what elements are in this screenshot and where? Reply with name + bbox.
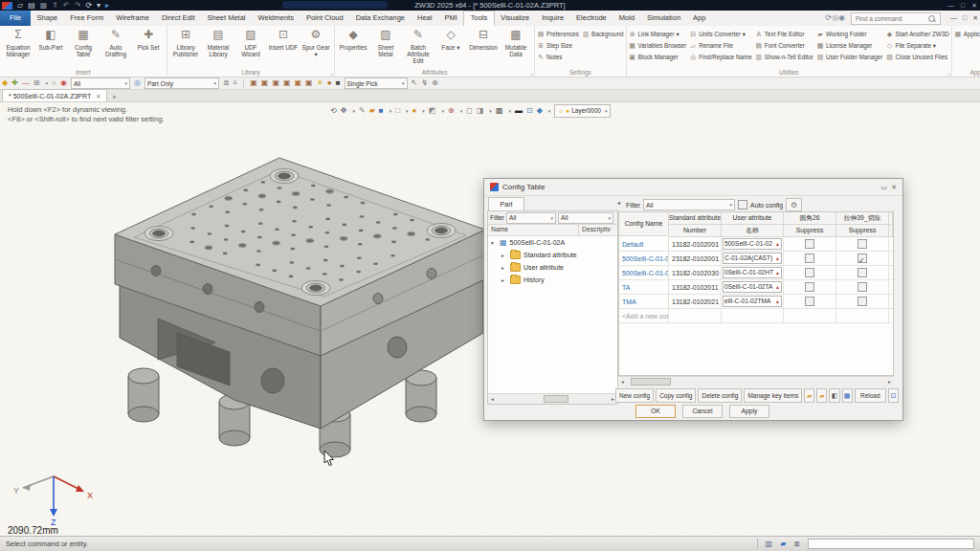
group-launcher-icon[interactable]: ⌟ (530, 70, 533, 76)
customize-toolbar-icon[interactable]: ▾ (97, 2, 100, 10)
mdi-restore-icon[interactable]: □ (963, 14, 967, 22)
suppress-checkbox[interactable] (858, 239, 867, 249)
menu-tab-point-cloud[interactable]: Point Cloud (300, 11, 349, 26)
menu-tab-app[interactable]: App (687, 11, 712, 26)
tree-root[interactable]: ▾▦500SellI-C-01-02A (488, 236, 617, 249)
config-row[interactable]: Default13182-0102001500SellI-C-01-02▲ (619, 237, 893, 252)
block-manager-button[interactable]: ▣Block Manager (629, 52, 687, 62)
library-publisher-button[interactable]: ⊞Library Publisher (169, 27, 202, 68)
key-table-icon[interactable]: ▦ (842, 388, 853, 403)
feature-filter-1-icon[interactable]: ▣ (250, 79, 257, 87)
menu-tab-sheet-metal[interactable]: Sheet Metal (201, 11, 252, 26)
stats-panel-icon[interactable]: ▥ (766, 540, 773, 548)
table-h-scrollbar[interactable]: ◂▸ (618, 376, 894, 386)
sun-icon[interactable]: ☀ (317, 79, 323, 87)
render-mode-icon-caret[interactable]: ▾ (441, 108, 444, 114)
sub-part-button[interactable]: ◧Sub-Part (34, 27, 67, 68)
menu-tab-pmi[interactable]: PMI (438, 11, 463, 26)
viewport-3d[interactable]: Hold down <F2> for dynamic viewing. <F8>… (0, 102, 980, 536)
rename-file-button[interactable]: ▱Rename File (689, 40, 752, 51)
export-config-icon[interactable]: ▰ (804, 388, 814, 403)
pick-set-button[interactable]: ✚Pick Set (132, 27, 165, 68)
config-row[interactable]: TA13182-01020110SellI-C-01-02TA▲ (619, 280, 893, 295)
suppress-checkbox[interactable] (805, 239, 814, 249)
compass-view-icon[interactable]: ● (412, 107, 417, 115)
col-sub[interactable]: Suppress (784, 225, 836, 237)
attr-name-input[interactable]: 0SellI-C-01-02HT▲ (723, 267, 782, 278)
batch-attribute-edit-button[interactable]: ✎Batch Attribute Edit (402, 27, 434, 68)
equation-manager-button[interactable]: ΣEquation Manager (2, 27, 34, 68)
point-select-icon[interactable]: ◉ (60, 79, 67, 87)
scope-combo[interactable]: Part Only▾ (145, 77, 219, 89)
zoom-target-icon[interactable]: ⊕ (448, 107, 455, 115)
document-tab[interactable]: * 500SellI-C-01-02A.Z3PRT ✕ (2, 89, 107, 101)
attr-name-input[interactable]: C-01-02A(CAST)▲ (723, 253, 782, 264)
cad-model[interactable] (91, 142, 493, 491)
redo-icon[interactable]: ↷ (75, 2, 81, 10)
layer-visibility-icon[interactable]: ☼ (558, 107, 564, 114)
tree-item-user-attribute[interactable]: ▸User attribute (488, 261, 617, 274)
menu-tab-data-exchange[interactable]: Data Exchange (349, 11, 411, 26)
attr-name-input[interactable]: 500SellI-C-01-02▲ (723, 238, 782, 250)
pick-mode-combo[interactable]: Single Pick▾ (345, 77, 408, 89)
compass-view-icon-caret[interactable]: ▾ (422, 108, 425, 114)
spur-gear-button[interactable]: ⚙Spur Gear ▾ (300, 27, 332, 68)
section-view-icon-caret[interactable]: ▾ (489, 108, 492, 114)
task-list-icon[interactable]: ≣ (793, 540, 800, 548)
new-config-button[interactable]: New config (615, 388, 654, 403)
feature-filter-5-icon[interactable]: ▣ (295, 79, 302, 87)
tree-item-history[interactable]: ▸History (488, 274, 617, 286)
render-mode-icon[interactable]: ◩ (429, 107, 436, 115)
suppress-checkbox[interactable] (805, 297, 814, 306)
suppress-checkbox[interactable] (805, 253, 814, 263)
feature-filter-2-icon[interactable]: ▣ (261, 79, 269, 87)
font-converter-button[interactable]: ▤Font Converter (755, 40, 813, 51)
reload-button[interactable]: Reload (855, 388, 886, 403)
scene-icon[interactable]: ◎ (134, 79, 141, 87)
col-group[interactable]: Standard attribute (669, 212, 722, 225)
config-settings-gear-icon[interactable]: ⚙ (786, 198, 802, 211)
suppress-checkbox[interactable] (805, 268, 814, 277)
file-separate-button[interactable]: ◇File Separate ▾ (885, 40, 948, 51)
mdi-close-icon[interactable]: ✕ (972, 14, 978, 22)
save-icon[interactable]: ▦ (40, 2, 48, 10)
units-converter-button[interactable]: ⊟Units Converter ▾ (689, 29, 752, 39)
background-style-icon-caret[interactable]: ▾ (508, 108, 511, 114)
quick-pick-icon[interactable]: ↯ (421, 79, 428, 87)
config-row[interactable]: 500SellI-C-01-02(,...23182-0102001C-01-0… (619, 252, 893, 266)
attr-name-input[interactable]: ellI-C-01-02TMA▲ (723, 296, 782, 307)
col-config-name[interactable]: Config Name (619, 212, 669, 236)
window-select-icon[interactable]: ⊞ (33, 79, 40, 87)
collapse-panel-icon[interactable]: ◂ (617, 199, 620, 206)
suppress-checkbox[interactable] (858, 282, 867, 292)
text-file-editor-button[interactable]: AText File Editor (755, 29, 813, 39)
shaded-view-icon-caret[interactable]: ▾ (390, 108, 392, 114)
manage-key-items-button[interactable]: Manage key items (744, 388, 802, 403)
cancel-button[interactable]: Cancel (682, 405, 723, 418)
ok-button[interactable]: OK (635, 405, 676, 418)
menu-tab-visualize[interactable]: Visualize (495, 11, 536, 26)
suppress-checkbox[interactable] (805, 282, 814, 292)
close-tab-icon[interactable]: ✕ (96, 93, 100, 99)
layer-stack-alt-icon[interactable]: ≡ (234, 79, 238, 87)
restore-window-icon[interactable]: □ (961, 2, 965, 9)
display-monitor-icon[interactable]: ▰ (780, 540, 786, 548)
menu-tab-mold[interactable]: Mold (612, 11, 640, 26)
col-group[interactable]: 拉伸39_切除 (836, 212, 889, 225)
sketch-brush-icon[interactable]: ✎ (359, 107, 366, 115)
window-select-icon-caret[interactable]: ▾ (46, 80, 49, 86)
menu-tab-electrode[interactable]: Electrode (570, 11, 613, 26)
properties-button[interactable]: ◆Properties (337, 27, 369, 68)
udf-wizard-button[interactable]: ▧UDF Wizard (234, 27, 267, 68)
circle-select-icon[interactable]: ○ (52, 79, 56, 87)
application-manager-button[interactable]: ▦Application Manager (954, 29, 980, 39)
col-group[interactable]: User attribute (722, 212, 784, 225)
close-unused-files-button[interactable]: ▨Close Unused Files (885, 52, 948, 62)
background-button[interactable]: ▥Background (582, 29, 624, 39)
add-config-row[interactable]: <Add a new confi... (619, 309, 893, 323)
tab-part[interactable]: Part (488, 197, 524, 211)
audio-note-icon[interactable]: ◧ (829, 388, 839, 403)
apply-button[interactable]: Apply (729, 405, 769, 418)
menu-tab-tools[interactable]: Tools (463, 11, 495, 26)
display-dark-icon[interactable]: ■ (336, 79, 341, 87)
